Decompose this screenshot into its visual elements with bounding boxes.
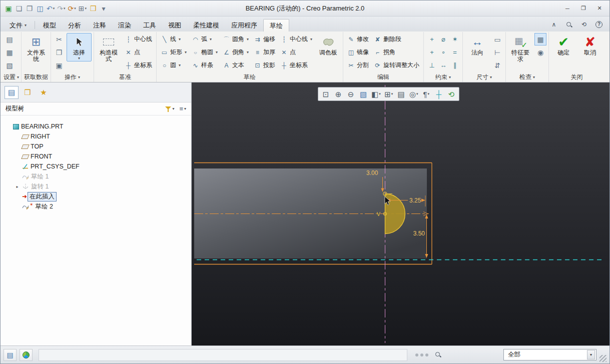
sketch-point-button[interactable]: ✕ 点 xyxy=(278,46,314,58)
perpendicular-constraint-button[interactable]: ⊥ xyxy=(426,59,438,72)
expand-arrow-icon[interactable] xyxy=(15,184,20,189)
coincident-constraint-button[interactable]: ∘ xyxy=(437,46,449,58)
favorites-tab[interactable]: ★ xyxy=(37,86,51,99)
vertical-constraint-button[interactable]: + xyxy=(426,33,438,46)
display-style-button[interactable]: ◧ xyxy=(370,88,382,100)
browser-toggle-button[interactable] xyxy=(20,349,33,361)
cancel-button[interactable]: ✘ 取消 xyxy=(577,33,602,57)
tab-file[interactable]: 文件▾ xyxy=(4,19,33,32)
tab-analysis[interactable]: 分析 xyxy=(62,19,87,32)
community-button[interactable]: ⟲ xyxy=(579,20,588,29)
delete-segment-button[interactable]: ✘ 删除段 xyxy=(372,33,421,46)
modify-button[interactable]: ✎ 修改 xyxy=(345,33,371,46)
offset-button[interactable]: ⇉ 偏移 xyxy=(252,33,277,46)
group-label-constrain[interactable]: 约束 xyxy=(426,72,460,82)
group-label-dimension[interactable]: 尺寸 xyxy=(465,72,503,82)
sketch-view-button[interactable]: ⟲ xyxy=(445,88,457,100)
select-button[interactable]: 选择 ▾ xyxy=(67,33,92,62)
file-system-button[interactable]: ⊞ 文件系统 xyxy=(24,33,49,64)
spline-button[interactable]: ∿ 样条 xyxy=(190,59,220,72)
model-tree-toggle-button[interactable]: ▤ xyxy=(4,349,17,361)
tab-tools[interactable]: 工具 xyxy=(137,19,162,32)
cut-button[interactable]: ✂ xyxy=(53,33,65,46)
datum-point-button[interactable]: ✕ 点 xyxy=(123,46,154,58)
line-button[interactable]: ╲ 线 xyxy=(159,33,189,46)
tree-item-front[interactable]: ➜ ✶ FRONT xyxy=(1,152,191,162)
baseline-dimension-button[interactable]: ⊢ xyxy=(491,46,503,58)
tangent-constraint-button[interactable]: ⌀ xyxy=(437,33,449,46)
shade-closed-loops-button[interactable]: ▦ xyxy=(534,33,546,46)
undo-button[interactable]: ↶ xyxy=(46,3,56,14)
project-button[interactable]: ⊡ 投影 xyxy=(252,59,277,72)
tab-annotate[interactable]: 注释 xyxy=(87,19,112,32)
properties-button[interactable]: ▧ xyxy=(4,59,16,72)
tree-item-revolve-1[interactable]: ➜ ✶ 旋转 1 xyxy=(1,182,191,192)
search-button[interactable] xyxy=(564,20,573,29)
fillet-button[interactable]: ⌒ 圆角 xyxy=(221,33,251,46)
folder-browser-tab[interactable]: ❒ xyxy=(21,86,35,99)
close-button[interactable]: ✕ xyxy=(594,4,604,14)
open-file-button[interactable]: ❐ xyxy=(25,3,35,14)
highlight-open-ends-button[interactable]: ◉ xyxy=(534,46,546,58)
spin-center-button[interactable]: ┼ xyxy=(433,88,445,100)
midpoint-constraint-button[interactable]: ✶ xyxy=(449,33,461,46)
find-button[interactable] xyxy=(433,350,442,360)
palette-button[interactable]: 调色板 xyxy=(316,33,341,57)
new-file-button[interactable]: ❏ xyxy=(14,3,24,14)
rectangle-button[interactable]: ▭ 矩形 xyxy=(159,46,189,58)
collapse-ribbon-button[interactable]: ∧ xyxy=(549,20,558,29)
customize-qat-button[interactable]: ▾ xyxy=(99,3,109,14)
regenerate-button[interactable]: ⟳ xyxy=(67,3,77,14)
selection-filter-dropdown[interactable]: 全部 ▾ xyxy=(503,349,596,360)
paste-button[interactable]: ▣ xyxy=(53,59,65,72)
view-manager-button[interactable]: ▤ xyxy=(395,88,407,100)
graphics-area[interactable]: ⊡ ⊕ ⊖ ▧ ◧ xyxy=(192,82,609,346)
model-tree-tab[interactable]: ▤ xyxy=(5,86,19,99)
ellipse-button[interactable]: ○ 椭圆 xyxy=(190,46,220,58)
ok-button[interactable]: ✔ 确定 xyxy=(551,33,576,57)
sketch-centerline-button[interactable]: ┆ 中心线 xyxy=(278,33,314,46)
rotate-resize-button[interactable]: ⟳ 旋转调整大小 xyxy=(372,59,421,72)
tab-applications[interactable]: 应用程序 xyxy=(225,19,263,32)
minimize-button[interactable]: ─ xyxy=(562,4,572,14)
zoom-out-button[interactable]: ⊖ xyxy=(345,88,357,100)
datum-centerline-button[interactable]: ┆ 中心线 xyxy=(123,33,154,46)
tree-filter-button[interactable] xyxy=(165,106,174,112)
normal-dimension-button[interactable]: ↔ 法向 xyxy=(465,33,490,57)
mirror-button[interactable]: ◫ 镜像 xyxy=(345,46,371,58)
tree-item-sketch-1[interactable]: ➜ ✶ 草绘 1 xyxy=(1,172,191,182)
equal-constraint-button[interactable]: = xyxy=(449,46,461,58)
resize-grip[interactable] xyxy=(599,355,606,362)
corner-button[interactable]: ⌐ 拐角 xyxy=(372,46,421,58)
window-manager-button[interactable]: ⊞ xyxy=(78,3,88,14)
datum-csys-button[interactable]: ┼ 坐标系 xyxy=(123,59,154,72)
tree-settings-button[interactable]: ≡ xyxy=(179,106,186,112)
maximize-button[interactable]: ❐ xyxy=(578,4,588,14)
repaint-button[interactable]: ▧ xyxy=(357,88,369,100)
sketch-csys-button[interactable]: ┼ 坐标系 xyxy=(278,59,314,72)
annotation-display-button[interactable]: ¶ xyxy=(420,88,432,100)
help-button[interactable]: ? xyxy=(594,20,603,29)
feature-requirements-button[interactable]: ▦✓ 特征要求 xyxy=(508,33,533,64)
close-window-button[interactable]: ❒ xyxy=(88,3,98,14)
group-label-inspect[interactable]: 检查 xyxy=(508,72,546,82)
tree-item-insert-here[interactable]: ➜ ✶ 在此插入 xyxy=(1,192,191,202)
references-button[interactable]: ▤ xyxy=(4,33,16,46)
thicken-button[interactable]: ≡ 加厚 xyxy=(252,46,277,58)
chamfer-button[interactable]: ∠ 倒角 xyxy=(221,46,251,58)
tree-item-top[interactable]: ➜ ✶ TOP xyxy=(1,142,191,152)
tree-item-sketch-2[interactable]: ➜ ✶ 草绘 2 xyxy=(1,202,191,212)
tab-sketch[interactable]: 草绘 xyxy=(263,19,289,32)
arc-button[interactable]: ◠ 弧 xyxy=(190,33,220,46)
text-button[interactable]: A 文本 xyxy=(221,59,251,72)
perimeter-dimension-button[interactable]: ▭ xyxy=(491,33,503,46)
parallel-constraint-button[interactable]: ∥ xyxy=(449,59,461,72)
tab-flexible-modeling[interactable]: 柔性建模 xyxy=(187,19,225,32)
tab-render[interactable]: 渲染 xyxy=(112,19,137,32)
group-label-operations[interactable]: 操作 xyxy=(53,72,92,82)
datum-display-button[interactable]: ◎ xyxy=(408,88,420,100)
zoom-in-button[interactable]: ⊕ xyxy=(332,88,344,100)
zoom-region-button[interactable]: ⊡ xyxy=(320,88,332,100)
copy-button[interactable]: ❐ xyxy=(53,46,65,58)
app-menu-button[interactable]: ▣ xyxy=(4,3,14,14)
